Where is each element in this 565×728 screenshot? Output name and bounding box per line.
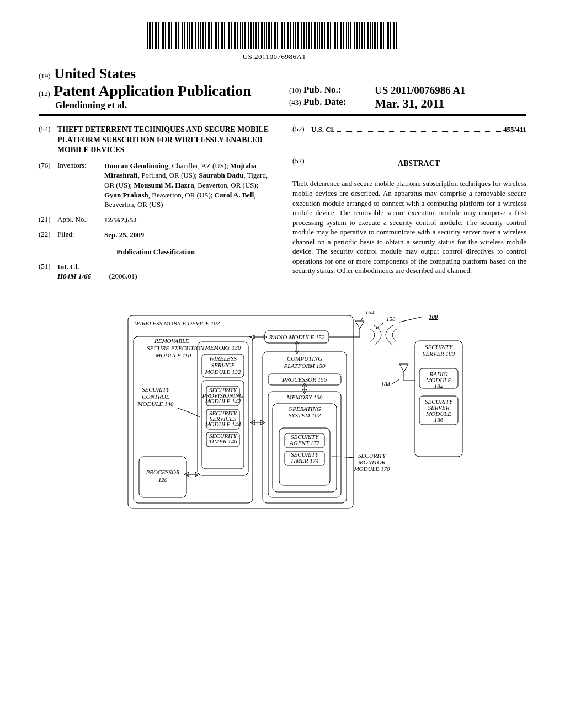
svg-text:PROCESSOR: PROCESSOR [145, 469, 179, 475]
svg-text:MODULE 170: MODULE 170 [353, 465, 390, 472]
fig-radio152: RADIO MODULE 152 [269, 334, 325, 340]
fig-proc156: PROCESSOR 156 [282, 376, 327, 383]
fig-wave2 [374, 325, 381, 345]
pub-date: Mar. 31, 2011 [375, 97, 444, 111]
right-column: (52) U.S. Cl. 455/411 (57) ABSTRACT Thef… [292, 125, 526, 287]
fig-removable-l2: SECURE EXECUTION [147, 345, 205, 351]
svg-text:SECURITY: SECURITY [142, 386, 170, 393]
svg-text:120: 120 [158, 477, 168, 483]
fig-wave1 [370, 329, 375, 342]
svg-text:AGENT 172: AGENT 172 [289, 440, 319, 446]
uscl-tag: (52) [292, 125, 311, 135]
svg-text:SECURITY: SECURITY [358, 452, 387, 459]
svg-text:MODULE 132: MODULE 132 [204, 368, 241, 375]
svg-text:SERVER 180: SERVER 180 [423, 350, 455, 357]
filed-label: Filed: [57, 230, 104, 240]
intcl-label: Int. Cl. [57, 262, 273, 272]
pubno-label: Pub. No.: [303, 84, 341, 95]
country-tag: (19) [39, 72, 51, 80]
fig-158-leader [376, 323, 383, 329]
fig-scm140-leader [178, 408, 200, 417]
intcl-version: (2006.01) [109, 272, 137, 280]
pub-type: Patent Application Publication [54, 82, 251, 99]
svg-text:MODULE 144: MODULE 144 [204, 421, 241, 427]
pubdate-label: Pub. Date: [303, 97, 346, 107]
pubno-tag: (10) [289, 86, 301, 94]
uscl-label: U.S. Cl. [311, 125, 335, 135]
filed-tag: (22) [39, 230, 57, 240]
pub-number: US 2011/0076986 A1 [375, 84, 466, 97]
fig-device-title: WIRELESS MOBILE DEVICE 102 [135, 320, 220, 326]
header-rule [39, 114, 526, 116]
fig-smm170-leader [332, 457, 354, 458]
fig-ref-100: 100 [429, 313, 438, 320]
fig-mem160: MEMORY 160 [286, 394, 323, 400]
inventors-list: Duncan Glendinning, Chandler, AZ (US); M… [104, 161, 273, 210]
barcode-number: US 20110076986A1 [243, 52, 306, 61]
filed-date: Sep. 25, 2009 [104, 230, 273, 240]
appl-label: Appl. No.: [57, 215, 104, 225]
uscl-code: 455/411 [503, 125, 526, 135]
fig-184-leader [392, 379, 399, 384]
abstract-text: Theft deterrence and secure mobile platf… [292, 179, 526, 275]
biblio-columns: (54) THEFT DETERRENT TECHNIQUES AND SECU… [39, 125, 526, 287]
appl-tag: (21) [39, 215, 57, 225]
svg-text:184: 184 [381, 381, 391, 387]
svg-text:PLATFORM 150: PLATFORM 150 [283, 362, 326, 369]
svg-text:MODULE 140: MODULE 140 [137, 400, 174, 407]
svg-text:OPERATING: OPERATING [288, 405, 321, 412]
authors-header: Glendinning et al. [39, 100, 282, 111]
fig-removable-l3: MODULE 110 [155, 352, 191, 358]
fig-wave4 [386, 325, 393, 345]
pub-type-tag: (12) [39, 89, 50, 98]
fig-cp150-box [263, 352, 347, 503]
country: United States [54, 66, 136, 82]
pub-classification-header: Publication Classification [39, 248, 273, 256]
svg-text:158: 158 [386, 315, 396, 322]
fig-antenna-154 [354, 321, 364, 337]
invention-title: THEFT DETERRENT TECHNIQUES AND SECURE MO… [57, 125, 273, 156]
svg-text:SYSTEM 162: SYSTEM 162 [289, 412, 321, 419]
intcl-tag: (51) [39, 262, 57, 281]
header: (19) United States (12) Patent Applicati… [39, 66, 526, 111]
inventors-tag: (76) [39, 161, 57, 210]
title-tag: (54) [39, 125, 57, 156]
fig-memory130: MEMORY 130 [205, 344, 241, 351]
pubdate-tag: (43) [289, 98, 301, 106]
left-column: (54) THEFT DETERRENT TECHNIQUES AND SECU… [39, 125, 273, 287]
svg-text:WIRELESS: WIRELESS [209, 355, 237, 362]
svg-text:SECURITY: SECURITY [425, 344, 454, 350]
svg-text:182: 182 [434, 382, 444, 389]
svg-text:MODULE 142: MODULE 142 [204, 398, 241, 404]
intcl-code: H04M 1/66 [57, 272, 91, 280]
fig-154-leader [361, 317, 363, 321]
barcode-graphic [147, 22, 401, 49]
fig-removable-l1: REMOVABLE [154, 338, 189, 344]
barcode-block: US 20110076986A1 [39, 22, 526, 61]
abstract-label: ABSTRACT [311, 159, 526, 169]
svg-text:TIMER 146: TIMER 146 [209, 438, 237, 445]
abstract-tag: (57) [292, 157, 311, 174]
svg-text:COMPUTING: COMPUTING [287, 355, 322, 362]
fig-wave3 [392, 329, 397, 342]
svg-text:TIMER 174: TIMER 174 [290, 457, 319, 464]
svg-text:MONITOR: MONITOR [358, 459, 386, 465]
fig-antenna-184 [399, 364, 408, 381]
fig-ref-100-line [399, 317, 423, 322]
svg-text:CONTROL: CONTROL [142, 393, 169, 400]
svg-text:154: 154 [365, 309, 375, 315]
dot-leader [337, 131, 501, 132]
svg-text:SERVICE: SERVICE [211, 362, 234, 368]
svg-text:186: 186 [434, 416, 444, 423]
figure-1: 100 WIRELESS MOBILE DEVICE 102 REMOVABLE… [39, 309, 526, 518]
appl-no: 12/567,652 [104, 215, 273, 225]
inventors-label: Inventors: [57, 161, 104, 210]
